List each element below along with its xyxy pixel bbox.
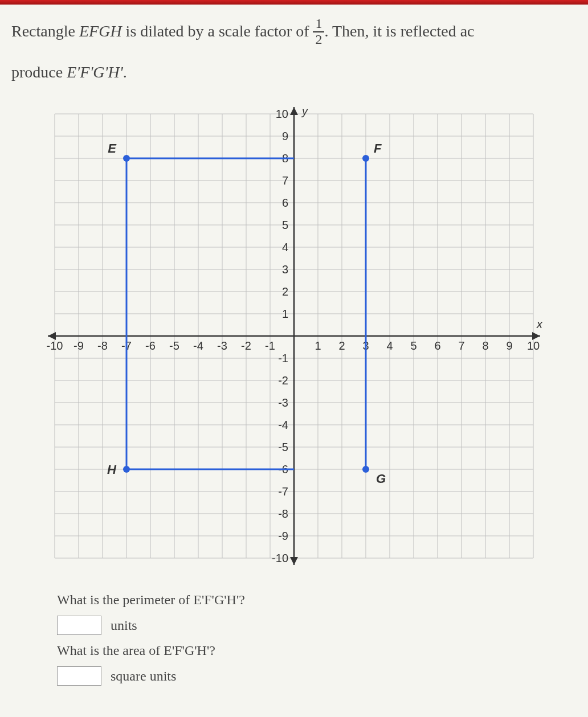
answer-row-area: square units — [57, 666, 577, 686]
svg-text:-5: -5 — [278, 441, 288, 453]
text-suffix: . Then, it is reflected ac — [324, 22, 474, 40]
svg-text:E: E — [108, 141, 117, 155]
svg-text:10: 10 — [527, 339, 540, 352]
svg-text:2: 2 — [338, 339, 345, 352]
svg-point-100 — [123, 466, 130, 473]
questions-block: What is the perimeter of E'F'G'H'? units… — [11, 592, 577, 686]
shape-name: EFGH — [79, 22, 122, 40]
svg-point-94 — [123, 155, 130, 162]
svg-text:1: 1 — [282, 308, 288, 320]
problem-statement-line2: produce E'F'G'H'. — [11, 58, 577, 87]
svg-text:2: 2 — [282, 285, 288, 298]
svg-marker-47 — [290, 557, 298, 565]
svg-text:4: 4 — [282, 241, 288, 253]
svg-text:-2: -2 — [278, 374, 288, 387]
line2-suffix: . — [123, 63, 127, 81]
svg-marker-45 — [532, 332, 540, 340]
svg-marker-44 — [48, 332, 56, 340]
svg-text:10: 10 — [276, 108, 288, 120]
result-shape-name: E'F'G'H' — [67, 63, 123, 81]
svg-text:-3: -3 — [278, 396, 288, 409]
fraction-numerator: 1 — [313, 17, 324, 32]
svg-text:-9: -9 — [74, 339, 84, 352]
svg-text:9: 9 — [506, 339, 512, 352]
svg-text:-9: -9 — [278, 530, 288, 542]
question-perimeter: What is the perimeter of E'F'G'H'? — [57, 592, 577, 608]
header-red-bar — [0, 0, 588, 5]
svg-text:-4: -4 — [278, 419, 288, 431]
svg-text:-10: -10 — [47, 339, 63, 352]
svg-text:5: 5 — [410, 339, 416, 352]
fraction-denominator: 2 — [313, 32, 324, 47]
svg-text:1: 1 — [315, 339, 321, 352]
svg-text:5: 5 — [282, 219, 288, 231]
svg-text:6: 6 — [282, 196, 288, 209]
line2-prefix: produce — [11, 63, 67, 81]
question-area: What is the area of E'F'G'H'? — [57, 643, 577, 658]
svg-text:-6: -6 — [145, 339, 156, 352]
svg-text:-3: -3 — [217, 339, 227, 352]
area-units: square units — [111, 669, 176, 683]
svg-point-96 — [362, 155, 369, 162]
perimeter-units: units — [111, 618, 137, 633]
svg-text:-2: -2 — [241, 339, 251, 352]
svg-text:6: 6 — [434, 339, 440, 352]
svg-text:-10: -10 — [272, 552, 288, 564]
svg-text:4: 4 — [386, 339, 393, 352]
svg-text:7: 7 — [282, 174, 288, 187]
svg-text:-5: -5 — [169, 339, 179, 352]
svg-text:8: 8 — [482, 339, 488, 352]
svg-text:F: F — [374, 141, 382, 155]
problem-statement: Rectangle EFGH is dilated by a scale fac… — [11, 17, 577, 48]
coordinate-plane: -10-9-8-7-6-5-4-3-2-112345678910-10-9-8-… — [38, 97, 550, 575]
answer-row-perimeter: units — [57, 616, 577, 635]
area-input[interactable] — [57, 666, 101, 686]
text-prefix: Rectangle — [11, 22, 79, 40]
svg-text:-8: -8 — [278, 507, 288, 520]
svg-text:H: H — [107, 462, 117, 477]
svg-text:-1: -1 — [265, 339, 275, 352]
text-mid: is dilated by a scale factor of — [122, 22, 313, 40]
svg-text:-7: -7 — [278, 485, 288, 498]
perimeter-input[interactable] — [57, 616, 101, 635]
svg-marker-46 — [290, 107, 298, 115]
fraction-half: 12 — [313, 17, 324, 46]
coordinate-plane-wrap: -10-9-8-7-6-5-4-3-2-112345678910-10-9-8-… — [11, 97, 577, 575]
svg-text:G: G — [376, 472, 386, 486]
svg-text:y: y — [301, 105, 308, 117]
svg-text:7: 7 — [458, 339, 464, 352]
svg-text:3: 3 — [282, 263, 288, 276]
svg-text:9: 9 — [282, 130, 288, 142]
svg-text:-1: -1 — [278, 352, 288, 364]
content-area: Rectangle EFGH is dilated by a scale fac… — [0, 0, 588, 705]
svg-text:x: x — [536, 318, 543, 330]
svg-text:-4: -4 — [193, 339, 203, 352]
svg-text:-8: -8 — [97, 339, 108, 352]
svg-point-98 — [362, 466, 369, 473]
